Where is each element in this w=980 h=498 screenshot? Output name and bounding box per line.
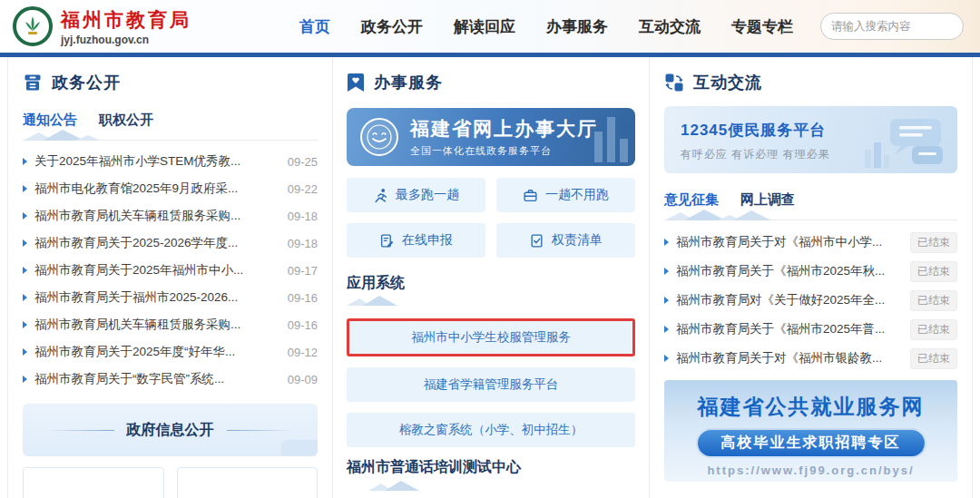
opinion-item[interactable]: 福州市教育局关于《福州市2025年普... 已结束	[664, 315, 957, 344]
nav-gov-info[interactable]: 政务公开	[361, 16, 423, 37]
arrow-bullet-icon	[23, 239, 27, 247]
arrow-bullet-icon	[23, 321, 27, 328]
quick-link-no-trip-needed[interactable]: 一趟不用跑	[496, 178, 635, 212]
bookmark-heart-icon	[347, 73, 365, 93]
mountain-watermark	[347, 295, 428, 306]
notice-title: 福州市教育局关于2025年福州市中小...	[34, 262, 279, 278]
interaction-header: 互动交流	[664, 72, 957, 93]
opinion-title: 福州市教育局关于对《福州市银龄教...	[676, 350, 903, 366]
notice-list: 关于2025年福州市小学STEM优秀教... 09-25 福州市电化教育馆202…	[23, 148, 318, 393]
notice-date: 09-16	[288, 291, 318, 305]
notice-date: 09-18	[288, 210, 318, 223]
notice-date: 09-22	[288, 182, 318, 196]
notice-date: 09-17	[288, 264, 318, 278]
info-link-box[interactable]	[23, 467, 164, 498]
quick-link-label: 最多跑一趟	[396, 187, 459, 203]
briefcase-icon	[523, 188, 538, 203]
arrow-bullet-icon	[23, 348, 27, 356]
app-item-uniform-management[interactable]: 福州市中小学生校服管理服务	[347, 318, 635, 356]
notice-item[interactable]: 福州市教育局关于“数字民管”系统... 09-09	[23, 366, 318, 393]
graduate-recruitment-pill[interactable]: 高校毕业生求职招聘专区	[696, 428, 926, 458]
arrow-bullet-icon	[664, 297, 669, 304]
notice-item[interactable]: 福州市电化教育馆2025年9月政府采... 09-22	[23, 175, 318, 202]
gov-info-disclosure-card[interactable]: 政府信息公开	[23, 404, 318, 456]
search-box[interactable]	[820, 13, 964, 40]
notice-item[interactable]: 福州市教育局机关车辆租赁服务采购... 09-16	[23, 311, 318, 338]
opinion-item[interactable]: 福州市教育局对《关于做好2025年全... 已结束	[664, 286, 957, 315]
status-badge: 已结束	[910, 290, 957, 311]
banner-subtitle: 全国一体化在线政务服务平台	[410, 144, 598, 158]
notice-title: 福州市教育局关于“数字民管”系统...	[34, 371, 279, 387]
decor-line	[47, 430, 114, 431]
banner-title: 福建省网上办事大厅	[410, 116, 598, 142]
notice-item[interactable]: 关于2025年福州市小学STEM优秀教... 09-25	[23, 148, 318, 175]
employment-service-banner[interactable]: 福建省公共就业服务网 高校毕业生求职招聘专区 https://www.fj99.…	[664, 380, 957, 482]
notice-title: 关于2025年福州市小学STEM优秀教...	[34, 153, 279, 170]
notice-title: 福州市教育局关于福州市2025-2026...	[34, 289, 279, 306]
arrow-bullet-icon	[664, 355, 669, 362]
chat-bubbles-illustration	[859, 115, 946, 168]
notice-date: 09-18	[288, 237, 318, 250]
notice-date: 09-25	[288, 155, 318, 169]
quick-link-max-one-trip[interactable]: 最多跑一趟	[347, 178, 485, 212]
tab-authority-disclosure[interactable]: 职权公开	[99, 112, 153, 129]
notice-item[interactable]: 福州市教育局机关车辆租赁服务采购... 09-18	[23, 202, 318, 229]
opinion-item[interactable]: 福州市教育局关于对《福州市中小学... 已结束	[664, 228, 957, 257]
gov-info-panel: 政务公开 通知公告 职权公开 关于2025年福州市小学STEM优秀教... 09…	[8, 57, 332, 498]
app-item-label: 榕教之窗系统（小学、初中招生）	[399, 422, 583, 438]
quick-link-label: 在线申报	[402, 232, 453, 249]
notice-item[interactable]: 福州市教育局关于福州市2025-2026... 09-16	[23, 284, 318, 311]
online-service-hall-banner[interactable]: 福建省网上办事大厅 全国一体化在线政务服务平台	[347, 108, 635, 166]
hotline-12345-banner[interactable]: 12345便民服务平台 有呼必应 有诉必理 有理必果	[664, 106, 957, 173]
opinion-item[interactable]: 福州市教育局关于对《福州市银龄教... 已结束	[664, 344, 957, 373]
app-item-label: 福建省学籍管理服务平台	[424, 376, 559, 393]
app-system-list: 福州市中小学生校服管理服务 福建省学籍管理服务平台 榕教之窗系统（小学、初中招生…	[347, 318, 635, 447]
quick-link-online-declaration[interactable]: 在线申报	[347, 223, 485, 258]
info-link-boxes	[23, 467, 318, 498]
arrow-bullet-icon	[664, 239, 669, 246]
tab-notices[interactable]: 通知公告	[23, 112, 77, 129]
gov-info-tabs: 通知公告 职权公开	[23, 112, 318, 141]
employment-banner-url: https://www.fj99.org.cn/bys/	[707, 464, 914, 477]
apps-section-title: 应用系统	[347, 274, 635, 293]
logo-text: 福州市教育局 jyj.fuzhou.gov.cn	[61, 7, 191, 46]
mountain-watermark	[368, 480, 450, 491]
nav-special-topics[interactable]: 专题专栏	[731, 16, 793, 37]
nav-interpretation[interactable]: 解读回应	[454, 16, 515, 37]
tab-opinion-collection[interactable]: 意见征集	[664, 191, 719, 209]
decor-line	[227, 430, 294, 431]
notice-date: 09-16	[288, 318, 318, 332]
nav-services[interactable]: 办事服务	[546, 16, 608, 37]
quick-link-responsibility-list[interactable]: 权责清单	[496, 223, 635, 258]
notice-date: 09-12	[288, 346, 318, 359]
archive-box-icon	[23, 73, 43, 93]
app-item-student-registry[interactable]: 福建省学籍管理服务平台	[347, 367, 635, 402]
arrow-bullet-icon	[664, 268, 669, 275]
info-link-box[interactable]	[177, 467, 318, 498]
tab-online-survey[interactable]: 网上调查	[740, 191, 795, 209]
arrow-bullet-icon	[23, 158, 27, 165]
nav-interaction[interactable]: 互动交流	[639, 16, 701, 37]
notice-title: 福州市教育局关于2025年度“好年华...	[34, 344, 279, 360]
interaction-panel: 互动交流 12345便民服务平台 有呼必应 有诉必理 有理必果	[650, 57, 972, 498]
interaction-title: 互动交流	[693, 72, 762, 93]
service-hall-logo-icon	[359, 117, 399, 157]
opinion-title: 福州市教育局对《关于做好2025年全...	[676, 292, 903, 308]
exchange-squares-icon	[664, 73, 684, 93]
notice-item[interactable]: 福州市教育局关于2025年度“好年华... 09-12	[23, 338, 318, 366]
mountain-watermark	[664, 209, 782, 220]
main-content: 政务公开 通知公告 职权公开 关于2025年福州市小学STEM优秀教... 09…	[7, 57, 973, 498]
site-url: jyj.fuzhou.gov.cn	[61, 34, 191, 46]
search-input[interactable]	[831, 20, 977, 33]
site-logo[interactable]: 福州市教育局 jyj.fuzhou.gov.cn	[13, 6, 191, 46]
quick-links: 最多跑一趟 一趟不用跑 在线申报	[347, 178, 635, 258]
opinion-item[interactable]: 福州市教育局关于《福州市2025年秋... 已结束	[664, 257, 957, 286]
opinion-title: 福州市教育局关于《福州市2025年普...	[676, 321, 903, 337]
arrow-bullet-icon	[23, 212, 27, 220]
nav-home[interactable]: 首页	[299, 16, 330, 37]
app-item-rongjiao-window[interactable]: 榕教之窗系统（小学、初中招生）	[347, 413, 635, 447]
notice-item[interactable]: 福州市教育局关于2025-2026学年度... 09-18	[23, 229, 318, 257]
gov-info-title: 政务公开	[52, 72, 121, 93]
notice-item[interactable]: 福州市教育局关于2025年福州市中小... 09-17	[23, 257, 318, 284]
quick-link-label: 权责清单	[552, 232, 603, 249]
